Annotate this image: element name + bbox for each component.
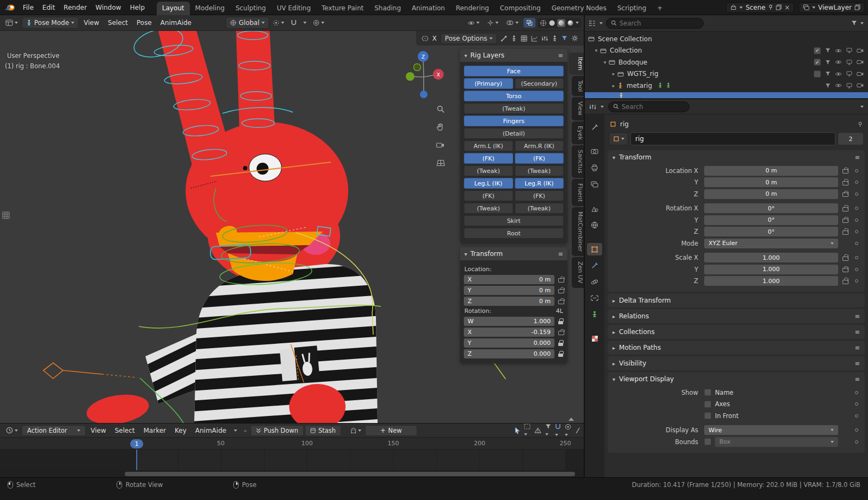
blender-logo-icon[interactable] (4, 4, 15, 11)
show-gizmo-button[interactable] (484, 18, 501, 28)
unlock-icon[interactable] (842, 179, 848, 186)
move-down-button[interactable] (231, 428, 240, 433)
outliner-row-rig-selected[interactable] (585, 92, 868, 98)
add-workspace-button[interactable]: + (652, 2, 668, 15)
toggle-xray-button[interactable] (524, 18, 535, 28)
workspace-tab-layout[interactable]: Layout (157, 2, 190, 15)
rig-layer-arm-r-tweak-button[interactable]: (Tweak) (515, 165, 564, 176)
show-overlays-button[interactable] (503, 18, 521, 27)
rig-layer-arm-l-tweak-button[interactable]: (Tweak) (464, 165, 513, 176)
workspace-tab-rendering[interactable]: Rendering (450, 2, 494, 15)
viewlayer-selector[interactable]: ViewLayer (799, 2, 865, 13)
relations-section[interactable]: ▸Relations≡ (608, 309, 865, 323)
panel-menu-icon[interactable]: ≡ (558, 251, 563, 258)
location-y-field[interactable]: 0 m (704, 177, 838, 187)
shading-dropdown[interactable] (576, 22, 579, 24)
animate-decorator[interactable] (855, 268, 858, 271)
rig-layer-leg-r-ik-button[interactable]: Leg.R (IK) (515, 178, 564, 189)
hide-eye-icon[interactable] (835, 83, 842, 88)
exclude-checkbox[interactable]: ✓ (814, 47, 821, 54)
menu-help[interactable]: Help (125, 2, 149, 13)
unlock-icon[interactable] (842, 167, 848, 174)
menu-view[interactable]: View (80, 17, 103, 28)
marker-region-icon[interactable] (524, 424, 531, 437)
disable-viewport-icon[interactable] (846, 60, 852, 65)
lock-icon[interactable] (558, 339, 564, 347)
unlock-icon[interactable] (842, 278, 848, 285)
rig-layer-arm-r-fk-button[interactable]: (FK) (515, 153, 564, 164)
rig-layer-leg-r-tweak-button[interactable]: (Tweak) (515, 203, 564, 214)
menu-file[interactable]: File (18, 2, 38, 13)
menu-edit[interactable]: Edit (38, 2, 59, 13)
snap-magnet-button[interactable] (288, 18, 299, 28)
animate-decorator[interactable] (855, 256, 858, 259)
shading-solid-button[interactable] (548, 20, 556, 27)
shading-wireframe-button[interactable] (540, 20, 547, 27)
sliders-icon[interactable] (541, 35, 548, 42)
show-axes-checkbox[interactable] (704, 401, 711, 408)
breadcrumb-object-name[interactable]: rig (620, 120, 629, 128)
rotation-x-field[interactable]: 0° (704, 203, 838, 213)
animate-decorator[interactable] (855, 207, 858, 210)
new-action-button[interactable]: +New (365, 425, 417, 436)
unlock-icon[interactable] (842, 254, 848, 261)
selectable-funnel-icon[interactable] (825, 60, 831, 65)
selectable-funnel-icon[interactable] (825, 48, 831, 53)
axis-x-label[interactable]: X (432, 35, 437, 42)
editor-type-button[interactable] (3, 425, 21, 435)
bounds-type-dropdown[interactable]: Box (715, 437, 838, 447)
id-type-dropdown[interactable] (609, 132, 628, 145)
sidebar-tab-zen-uv[interactable]: Zen UV (572, 257, 584, 287)
panel-menu-icon[interactable]: ≡ (855, 154, 860, 161)
worksp ace-tab-compositing[interactable]: Compositing (494, 2, 546, 15)
filter-slash-icon[interactable] (575, 427, 580, 434)
tab-object-data[interactable] (587, 308, 602, 320)
scale-y-field[interactable]: 1.000 (704, 265, 838, 274)
unlock-icon[interactable] (842, 190, 848, 197)
rig-layer-fingers-detail-button[interactable]: (Detail) (464, 128, 564, 139)
dope-mode-dropdown[interactable]: Action Editor (22, 425, 86, 436)
shading-material-button[interactable] (557, 19, 565, 27)
rotation-mode-dropdown[interactable]: XYZ Euler (704, 239, 838, 248)
unlock-icon[interactable] (558, 329, 564, 336)
rig-layers-panel-header[interactable]: ▾ Rig Layers ≡ (460, 49, 567, 62)
scrollbar-thumb[interactable] (125, 472, 575, 476)
rig-layer-torso-button[interactable]: Torso (464, 91, 564, 101)
display-as-dropdown[interactable]: Wire (704, 425, 838, 435)
lock-icon[interactable] (558, 350, 564, 357)
tab-view-layer[interactable] (587, 178, 602, 190)
scene-selector[interactable]: Scene × (726, 2, 794, 13)
rig-layer-skirt-button[interactable]: Skirt (464, 215, 564, 226)
menu-view[interactable]: View (87, 425, 110, 436)
pivot-point-button[interactable] (270, 18, 287, 28)
sidebar-tab-matcombiner[interactable]: MatCombiner (572, 207, 584, 256)
tab-object-constraints[interactable] (587, 292, 602, 304)
rig-layer-leg-r-fk-button[interactable]: (FK) (515, 190, 564, 201)
menu-animaide[interactable]: AnimAide (192, 425, 230, 436)
filter-funnel-icon[interactable] (851, 20, 857, 26)
mirror-x-icon[interactable] (422, 35, 429, 42)
location-x-field[interactable]: X0 m (464, 275, 554, 284)
tab-object[interactable] (587, 243, 602, 255)
pose-data-icon[interactable] (666, 82, 671, 88)
sidebar-tab-item[interactable]: Item (569, 53, 584, 75)
rig-layer-arm-l-fk-button[interactable]: (FK) (464, 153, 513, 164)
tab-modifiers[interactable] (587, 259, 602, 272)
rotation-z-field[interactable]: Z0.000 (464, 349, 554, 358)
select-cursor-icon[interactable] (515, 427, 520, 434)
scale-z-field[interactable]: 1.000 (704, 276, 838, 286)
unlock-icon[interactable] (842, 228, 848, 235)
viewport-display-header[interactable]: ▾ Viewport Display ≡ (608, 372, 865, 386)
chevron-down-icon[interactable] (601, 106, 604, 108)
disable-render-icon[interactable] (857, 60, 864, 65)
location-y-field[interactable]: Y0 m (464, 286, 554, 295)
workspace-tab-animation[interactable]: Animation (406, 2, 450, 15)
hide-eye-icon[interactable] (835, 48, 842, 53)
armature-icon[interactable] (511, 35, 517, 42)
annotation-grid-icon[interactable] (2, 211, 10, 219)
exclude-checkbox[interactable] (814, 70, 821, 78)
pose-library-icon[interactable] (552, 35, 558, 42)
selectable-funnel-icon[interactable] (825, 83, 831, 88)
disable-viewport-icon[interactable] (846, 48, 852, 53)
panel-menu-icon[interactable]: ≡ (855, 360, 860, 367)
